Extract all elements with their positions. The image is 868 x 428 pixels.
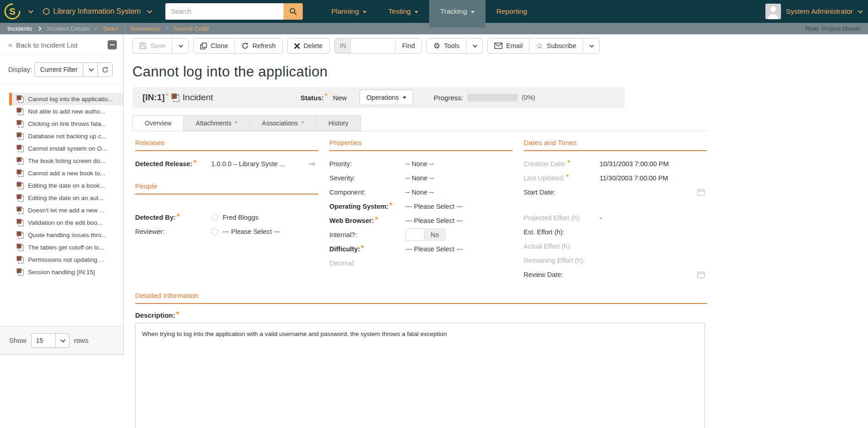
list-item[interactable]: Validation on the edit boo... [0, 217, 123, 229]
menu-reporting[interactable]: Reporting [486, 0, 538, 23]
priority-value[interactable]: -- None -- [405, 160, 434, 168]
refresh-icon [241, 42, 249, 49]
detected-by-radio[interactable] [211, 214, 218, 221]
reviewer-radio[interactable] [211, 228, 218, 235]
detected-by-value[interactable]: Fred Bloggs [223, 214, 258, 221]
goto-release-arrow-icon[interactable] [308, 161, 317, 167]
required-star-icon: ★ [165, 92, 169, 97]
save-button[interactable]: Save [133, 38, 172, 53]
filter-select: Current Filter [34, 62, 113, 77]
description-editor[interactable]: When trying to log into the application … [135, 323, 705, 428]
subscribe-button[interactable]: ☆ Subscribe [529, 38, 583, 53]
component-value[interactable]: -- None -- [405, 189, 434, 196]
list-item[interactable]: Clicking on link throws fata... [0, 118, 123, 130]
tab-attachments[interactable]: Attachments* [184, 115, 250, 131]
field-review-date: Review Date: [524, 267, 707, 282]
project-switcher[interactable]: Library Information System [43, 7, 151, 16]
chevron-down-icon [473, 43, 477, 48]
list-item[interactable]: Editing the date on a book... [0, 179, 123, 192]
list-item[interactable]: The book listing screen do... [0, 155, 123, 167]
list-item[interactable]: Cannot install system on O... [0, 142, 123, 155]
search-input[interactable] [165, 3, 284, 20]
list-item[interactable]: The tables get cutoff on lo... [0, 241, 123, 254]
difficulty-value[interactable]: --- Please Select --- [405, 245, 463, 253]
review-date-calendar-icon[interactable] [697, 271, 705, 278]
email-subscribe-group: Email ☆ Subscribe [487, 38, 600, 54]
caret-down-icon [403, 97, 406, 99]
list-item[interactable]: Editing the date on an aut... [0, 192, 123, 204]
list-item[interactable]: Database not backing up c... [0, 130, 123, 142]
menu-tracking[interactable]: Tracking [429, 0, 486, 27]
save-dropdown-button[interactable] [172, 38, 188, 53]
find-button[interactable]: Find [395, 38, 421, 53]
incident-id: [IN:1] [142, 92, 165, 103]
tools-button[interactable]: ⚙ Tools [427, 38, 466, 53]
display-label: Display: [8, 66, 32, 73]
menu-planning[interactable]: Planning [320, 0, 377, 23]
logo-chevron-down-icon[interactable] [28, 8, 33, 13]
severity-value[interactable]: -- None -- [405, 174, 434, 182]
incident-list: Cannot log into the applicatio... Not ab… [0, 85, 123, 326]
field-est-effort: Est. Effort (h): [524, 225, 707, 239]
email-dropdown-button[interactable] [583, 38, 599, 53]
clone-button[interactable]: Clone [194, 38, 235, 53]
clone-refresh-group: Clone Refresh [193, 38, 283, 54]
save-icon [139, 42, 147, 49]
reviewer-value[interactable]: --- Please Select --- [223, 228, 280, 235]
clone-icon [200, 43, 207, 49]
breadcrumb-tasks[interactable]: Tasks [102, 25, 118, 32]
list-item[interactable]: Permissions not updating ... [0, 254, 123, 266]
breadcrumb-resources[interactable]: Resources [131, 25, 160, 32]
user-menu[interactable]: System Administrator [765, 0, 862, 23]
page-size-select[interactable]: 15 [31, 333, 70, 348]
list-item[interactable]: Session handling [IN:15] [0, 266, 123, 278]
incident-doc-icon [16, 157, 24, 165]
operating-system-value[interactable]: --- Please Select --- [405, 203, 463, 210]
web-browser-value[interactable]: --- Please Select --- [405, 217, 463, 224]
detected-release-value[interactable]: 1.0.0.0 – Library Syste ... [211, 160, 285, 168]
last-updated-value: 11/30/2003 7:00:00 PM [600, 174, 668, 182]
tab-overview[interactable]: Overview [132, 115, 184, 131]
required-star-icon: ★ [567, 159, 571, 164]
back-to-incident-list[interactable]: « Back to Incident List [0, 34, 123, 55]
menu-testing[interactable]: Testing [377, 0, 429, 23]
incident-toolbar: Save Clone Refresh [132, 38, 868, 54]
incident-doc-icon [171, 93, 180, 102]
find-input[interactable] [351, 38, 395, 53]
field-priority: Priority: -- None -- [329, 157, 513, 171]
list-item[interactable]: Not able to add new autho... [0, 105, 123, 118]
breadcrumb-incidents[interactable]: Incidents [7, 25, 32, 32]
filter-chevron-down-icon[interactable] [83, 63, 98, 76]
releases-section-header: Releases [135, 139, 318, 151]
list-item[interactable]: Cannot add a new book to... [0, 167, 123, 179]
breadcrumb-source-code[interactable]: Source Code [173, 25, 209, 32]
page-size-value: 15 [32, 334, 55, 347]
sidebar-collapse-button[interactable] [108, 40, 117, 49]
field-detected-by: Detected By:★ Fred Bloggs [135, 210, 318, 224]
list-item[interactable]: Quote handling issues thro... [0, 229, 123, 241]
list-item[interactable]: Doesn't let me add a new ... [0, 204, 123, 217]
save-group: Save [132, 38, 189, 54]
field-web-browser: Web Browser:★ --- Please Select --- [329, 213, 513, 228]
filter-value[interactable]: Current Filter [35, 63, 83, 76]
properties-column: Properties Priority: -- None -- Severity… [329, 139, 513, 282]
operations-button[interactable]: Operations [360, 90, 413, 105]
filter-refresh-button[interactable] [98, 63, 112, 76]
global-search [165, 0, 303, 23]
list-item[interactable]: Cannot log into the applicatio... [0, 93, 123, 105]
field-reviewer: Reviewer: --- Please Select --- [135, 224, 318, 238]
email-button[interactable]: Email [488, 38, 529, 53]
artifact-type-label: Incident [183, 92, 213, 103]
internal-toggle[interactable]: No [405, 228, 446, 241]
tools-dropdown-button[interactable] [466, 38, 482, 53]
refresh-button[interactable]: Refresh [235, 38, 282, 53]
tab-associations[interactable]: Associations* [250, 115, 317, 131]
dates-column: Dates and Times Creation Date:★ 10/31/20… [524, 139, 707, 282]
delete-button[interactable]: Delete [288, 38, 329, 53]
pagination-footer: Show 15 rows [0, 326, 123, 354]
spira-logo-icon[interactable]: S [4, 3, 21, 20]
start-date-calendar-icon[interactable] [697, 189, 705, 196]
tab-history[interactable]: History [317, 115, 361, 131]
search-button[interactable] [284, 3, 303, 20]
chevron-down-icon [590, 43, 594, 48]
